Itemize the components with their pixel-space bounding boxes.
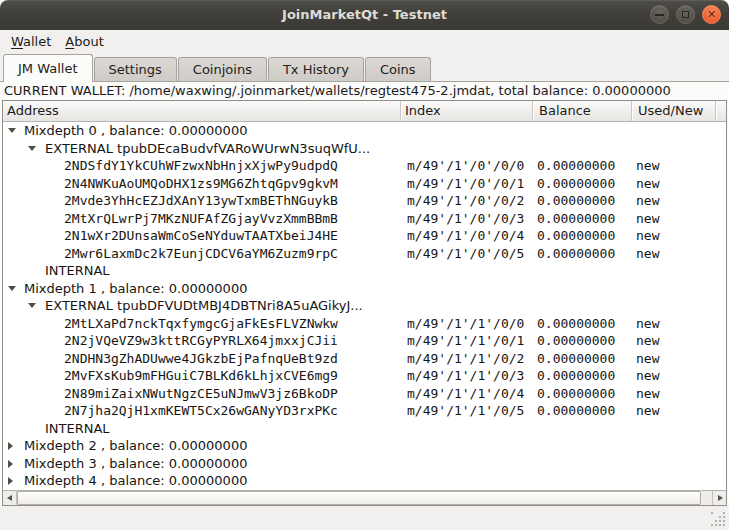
status-cell: new <box>636 192 659 210</box>
balance-cell: 0.00000000 <box>537 157 615 175</box>
address-row[interactable]: 2Mvde3YhHcEZJdXAnY13ywTxmBEThNGuykBm/49'… <box>3 192 726 210</box>
titlebar: JoinMarketQt - Testnet ✕ <box>0 0 729 30</box>
branch-row[interactable]: EXTERNAL tpubDEcaBudvfVARoWUrwN3suqWfU..… <box>3 140 726 158</box>
index-cell: m/49'/1'/0'/0/4 <box>407 227 524 245</box>
address-row[interactable]: 2MvFXsKub9mFHGuiC7BLKd6kLhjxCVE6mg9m/49'… <box>3 367 726 385</box>
window-controls: ✕ <box>650 5 721 24</box>
mixdepth-label: Mixdepth 2 , balance: 0.00000000 <box>24 437 247 455</box>
column-header-used-new[interactable]: Used/New <box>632 101 716 121</box>
expand-arrow-icon[interactable] <box>8 442 13 450</box>
address-row[interactable]: 2MtLXaPd7nckTqxfymgcGjaFkEsFLVZNwkwm/49'… <box>3 315 726 333</box>
tab-tx-history[interactable]: Tx History <box>268 57 364 81</box>
index-cell: m/49'/1'/0'/0/5 <box>407 245 524 263</box>
index-cell: m/49'/1'/1'/0/2 <box>407 350 524 368</box>
tab-coinjoins[interactable]: Coinjoins <box>178 57 267 81</box>
address-row[interactable]: 2NDSfdY1YkCUhWFzwxNbHnjxXjwPy9udpdQm/49'… <box>3 157 726 175</box>
maximize-button[interactable] <box>676 5 695 24</box>
menu-about[interactable]: About <box>58 32 110 51</box>
menu-wallet[interactable]: Wallet <box>4 32 58 51</box>
column-header-index[interactable]: Index <box>401 101 533 121</box>
collapse-arrow-icon[interactable] <box>28 303 36 308</box>
tab-jm-wallet[interactable]: JM Wallet <box>3 54 93 82</box>
address-cell: 2N89miZaixNWutNgzCE5uNJmwV3jz6BkoDP <box>64 385 338 403</box>
collapse-arrow-icon[interactable] <box>8 128 16 133</box>
address-cell: 2MtLXaPd7nckTqxfymgcGjaFkEsFLVZNwkw <box>64 315 338 333</box>
collapse-arrow-icon[interactable] <box>8 286 16 291</box>
branch-row[interactable]: INTERNAL <box>3 262 726 280</box>
status-cell: new <box>636 350 659 368</box>
close-icon: ✕ <box>703 6 720 23</box>
mixdepth-label: Mixdepth 4 , balance: 0.00000000 <box>24 472 247 490</box>
app-window: JoinMarketQt - Testnet ✕ WalletAbout JM … <box>0 0 729 530</box>
balance-cell: 0.00000000 <box>537 192 615 210</box>
collapse-arrow-icon[interactable] <box>28 146 36 151</box>
branch-label: EXTERNAL tpubDFVUDtMBJ4DBTNri8A5uAGikyJ.… <box>45 297 363 315</box>
balance-cell: 0.00000000 <box>537 350 615 368</box>
horizontal-scrollbar[interactable] <box>3 490 726 505</box>
status-cell: new <box>636 175 659 193</box>
mixdepth-label: Mixdepth 3 , balance: 0.00000000 <box>24 455 247 473</box>
index-cell: m/49'/1'/1'/0/0 <box>407 315 524 333</box>
menubar: WalletAbout <box>0 30 729 52</box>
address-cell: 2NDHN3gZhADUwwe4JGkzbEjPafnqUeBt9zd <box>64 350 338 368</box>
status-cell: new <box>636 367 659 385</box>
index-cell: m/49'/1'/1'/0/4 <box>407 385 524 403</box>
branch-row[interactable]: EXTERNAL tpubDFVUDtMBJ4DBTNri8A5uAGikyJ.… <box>3 297 726 315</box>
scrollbar-thumb[interactable] <box>17 491 701 505</box>
tab-settings[interactable]: Settings <box>94 57 177 81</box>
address-cell: 2MtXrQLwrPj7MKzNUFAfZGjayVvzXmmBBmB <box>64 210 338 228</box>
column-header-balance[interactable]: Balance <box>533 101 632 121</box>
address-row[interactable]: 2N2jVQeVZ9w3kttRCGyPYRLX64jmxxjCJiim/49'… <box>3 332 726 350</box>
address-cell: 2Mwr6LaxmDc2k7EunjCDCV6aYM6Zuzm9rpC <box>64 245 338 263</box>
status-cell: new <box>636 402 659 420</box>
close-button[interactable]: ✕ <box>702 5 721 24</box>
tree-header: AddressIndexBalanceUsed/New <box>3 101 726 122</box>
column-header-address[interactable]: Address <box>3 101 401 121</box>
balance-cell: 0.00000000 <box>537 227 615 245</box>
scroll-right-button[interactable] <box>712 491 726 505</box>
mixdepth-row[interactable]: Mixdepth 1 , balance: 0.00000000 <box>3 280 726 298</box>
balance-cell: 0.00000000 <box>537 332 615 350</box>
mixdepth-row[interactable]: Mixdepth 2 , balance: 0.00000000 <box>3 437 726 455</box>
expand-arrow-icon[interactable] <box>8 477 13 485</box>
expand-arrow-icon[interactable] <box>8 460 13 468</box>
address-row[interactable]: 2NDHN3gZhADUwwe4JGkzbEjPafnqUeBt9zdm/49'… <box>3 350 726 368</box>
scroll-right-icon <box>718 495 723 501</box>
address-row[interactable]: 2N1wXr2DUnsaWmCoSeNYduwTAATXbeiJ4HEm/49'… <box>3 227 726 245</box>
minimize-button[interactable] <box>650 5 669 24</box>
address-cell: 2N1wXr2DUnsaWmCoSeNYduwTAATXbeiJ4HE <box>64 227 338 245</box>
address-row[interactable]: 2N4NWKuAoUMQoDHX1zs9MG6ZhtqGpv9gkvMm/49'… <box>3 175 726 193</box>
status-cell: new <box>636 315 659 333</box>
address-row[interactable]: 2N89miZaixNWutNgzCE5uNJmwV3jz6BkoDPm/49'… <box>3 385 726 403</box>
index-cell: m/49'/1'/0'/0/3 <box>407 210 524 228</box>
address-cell: 2N7jha2QjH1xmKEWT5Cx26wGANyYD3rxPKc <box>64 402 338 420</box>
branch-label: INTERNAL <box>45 420 110 438</box>
index-cell: m/49'/1'/1'/0/1 <box>407 332 524 350</box>
window-title: JoinMarketQt - Testnet <box>0 0 729 30</box>
mixdepth-row[interactable]: Mixdepth 0 , balance: 0.00000000 <box>3 122 726 140</box>
status-cell: new <box>636 245 659 263</box>
wallet-tree: AddressIndexBalanceUsed/New Mixdepth 0 ,… <box>2 100 727 506</box>
mixdepth-row[interactable]: Mixdepth 4 , balance: 0.00000000 <box>3 472 726 490</box>
address-row[interactable]: 2N7jha2QjH1xmKEWT5Cx26wGANyYD3rxPKcm/49'… <box>3 402 726 420</box>
scroll-left-button[interactable] <box>3 491 17 505</box>
tab-coins[interactable]: Coins <box>365 57 431 81</box>
branch-label: EXTERNAL tpubDEcaBudvfVARoWUrwN3suqWfU..… <box>45 140 370 158</box>
index-cell: m/49'/1'/0'/0/2 <box>407 192 524 210</box>
resize-grip[interactable] <box>711 512 726 527</box>
address-row[interactable]: 2MtXrQLwrPj7MKzNUFAfZGjayVvzXmmBBmBm/49'… <box>3 210 726 228</box>
tree-body: Mixdepth 0 , balance: 0.00000000EXTERNAL… <box>3 122 726 490</box>
tab-page: CURRENT WALLET: /home/waxwing/.joinmarke… <box>0 82 729 506</box>
address-row[interactable]: 2Mwr6LaxmDc2k7EunjCDCV6aYM6Zuzm9rpCm/49'… <box>3 245 726 263</box>
mixdepth-row[interactable]: Mixdepth 3 , balance: 0.00000000 <box>3 455 726 473</box>
balance-cell: 0.00000000 <box>537 210 615 228</box>
address-cell: 2N2jVQeVZ9w3kttRCGyPYRLX64jmxxjCJii <box>64 332 338 350</box>
balance-cell: 0.00000000 <box>537 175 615 193</box>
branch-row[interactable]: INTERNAL <box>3 420 726 438</box>
tab-bar: JM WalletSettingsCoinjoinsTx HistoryCoin… <box>0 52 729 82</box>
index-cell: m/49'/1'/1'/0/5 <box>407 402 524 420</box>
balance-cell: 0.00000000 <box>537 402 615 420</box>
status-cell: new <box>636 157 659 175</box>
branch-label: INTERNAL <box>45 262 110 280</box>
status-cell: new <box>636 210 659 228</box>
